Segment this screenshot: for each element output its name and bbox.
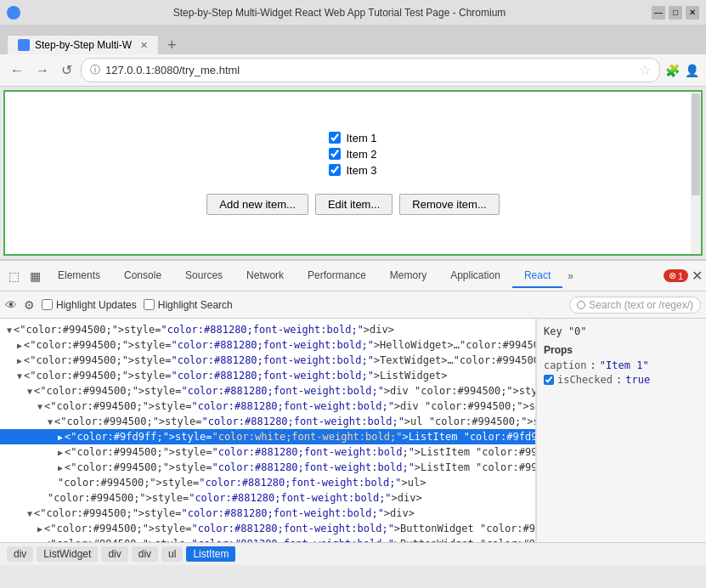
breadcrumb-item-div[interactable]: div <box>132 546 158 562</box>
scroll-thumb <box>692 93 700 195</box>
new-tab-button[interactable]: + <box>162 37 182 54</box>
extension-button[interactable]: 🧩 <box>665 64 680 77</box>
error-badge: ⊗ 1 <box>664 269 688 282</box>
devtools-tab-sources[interactable]: Sources <box>173 264 234 288</box>
devtools-tab-performance[interactable]: Performance <box>296 264 378 288</box>
search-box[interactable]: Search (text or /regex/) <box>569 297 701 314</box>
profile-button[interactable]: 👤 <box>685 64 699 77</box>
item-label: Item 1 <box>346 132 376 144</box>
window-title: Step-by-Step Multi-Widget React Web App … <box>27 7 652 19</box>
caption-prop: caption : "Item 1" <box>544 359 699 371</box>
error-count: 1 <box>678 271 683 281</box>
props-section-label: Props <box>544 344 699 356</box>
component-tree[interactable]: ▼<"color:#994500;">style="color:#881280;… <box>0 319 536 542</box>
forward-button[interactable]: → <box>32 61 53 80</box>
ischecked-prop-name: isChecked <box>557 374 613 386</box>
url-text: 127.0.0.1:8080/try_me.html <box>105 64 240 76</box>
devtools-tab-application[interactable]: Application <box>438 264 512 288</box>
highlight-search-label[interactable]: Highlight Search <box>144 299 233 311</box>
highlight-updates-checkbox[interactable] <box>42 299 53 310</box>
tree-line[interactable]: ▶<"color:#994500;">style="color:#881280;… <box>0 353 535 368</box>
address-bar: ← → ↺ ⓘ 127.0.0.1:8080/try_me.html ☆ 🧩 👤 <box>0 54 706 87</box>
devtools-tab-bar: ⬚ ▦ ElementsConsoleSourcesNetworkPerform… <box>0 261 706 291</box>
item-label: Item 3 <box>346 164 376 177</box>
item-checkbox[interactable] <box>329 164 341 176</box>
scrollbar[interactable] <box>691 92 701 254</box>
check-item: Item 1 <box>329 132 376 144</box>
close-button[interactable]: ✕ <box>686 6 699 20</box>
ischecked-prop-value: true <box>625 374 650 386</box>
devtools-close-button[interactable]: ✕ <box>692 268 703 284</box>
item-checkbox[interactable] <box>329 148 341 160</box>
tree-line[interactable]: ▼<"color:#994500;">style="color:#881280;… <box>0 383 535 399</box>
tab-bar: Step-by-Step Multi-W ✕ + <box>0 25 706 54</box>
check-item: Item 3 <box>329 164 376 177</box>
item-label: Item 2 <box>346 148 376 161</box>
component-key: Key "0" <box>544 325 699 337</box>
url-bar[interactable]: ⓘ 127.0.0.1:8080/try_me.html ☆ <box>81 58 660 82</box>
item-checkbox[interactable] <box>329 132 341 144</box>
browser-icon <box>7 6 20 20</box>
tab-close-button[interactable]: ✕ <box>140 40 148 51</box>
error-icon: ⊗ <box>669 270 676 281</box>
devtools-tab-memory[interactable]: Memory <box>378 264 438 288</box>
breadcrumb-bar: divListWidgetdivdivulListItem <box>0 542 706 565</box>
highlight-search-text: Highlight Search <box>158 299 233 311</box>
maximize-button[interactable]: □ <box>669 6 682 20</box>
tree-line[interactable]: ▼<"color:#994500;">style="color:#881280;… <box>0 414 535 429</box>
edit-item-button[interactable]: Edit item... <box>315 194 393 215</box>
breadcrumb-item-div[interactable]: div <box>7 546 33 562</box>
devtools-tab-network[interactable]: Network <box>234 264 296 288</box>
settings-button[interactable]: ⚙ <box>24 298 35 312</box>
minimize-button[interactable]: — <box>652 6 665 20</box>
tree-line[interactable]: ▶<"color:#9fd9ff;">style="color:white;fo… <box>0 429 535 444</box>
breadcrumb-item-ul[interactable]: ul <box>161 546 183 562</box>
check-item: Item 2 <box>329 148 376 161</box>
svg-point-0 <box>10 9 17 16</box>
highlight-updates-label[interactable]: Highlight Updates <box>42 299 137 311</box>
checklist: Item 1Item 2Item 3 <box>329 132 376 177</box>
protocol-icon: ⓘ <box>90 63 100 77</box>
tree-line[interactable]: ▶<"color:#994500;">style="color:#881280;… <box>0 444 535 460</box>
tree-line[interactable]: ▶<"color:#994500;">style="color:#881280;… <box>0 337 535 353</box>
devtools-tab-console[interactable]: Console <box>112 264 173 288</box>
caption-prop-name: caption <box>544 359 587 371</box>
devtools-tab-react[interactable]: React <box>512 264 562 288</box>
devtools-secondary-toolbar: 👁 ⚙ Highlight Updates Highlight Search S… <box>0 291 706 319</box>
tree-line[interactable]: ▼<"color:#994500;">style="color:#881280;… <box>0 368 535 383</box>
add-item-button[interactable]: Add new item... <box>206 194 308 215</box>
window-controls: — □ ✕ <box>652 6 699 20</box>
highlight-updates-text: Highlight Updates <box>56 299 137 311</box>
devtools-right-controls: ⊗ 1 ✕ <box>664 268 703 284</box>
devtools: ⬚ ▦ ElementsConsoleSourcesNetworkPerform… <box>0 259 706 565</box>
browser-tab[interactable]: Step-by-Step Multi-W ✕ <box>7 35 159 54</box>
search-icon <box>577 301 585 309</box>
devtools-more-tabs-button[interactable]: » <box>562 267 579 286</box>
action-buttons: Add new item... Edit item... Remove item… <box>206 194 499 215</box>
tree-line[interactable]: ▶<"color:#994500;">style="color:#881280;… <box>0 460 535 475</box>
tree-line[interactable]: ▶<"color:#994500;">style="color:#881280;… <box>0 521 535 536</box>
tree-line[interactable]: ▶<"color:#994500;">style="color:#881280;… <box>0 536 535 542</box>
tree-line[interactable]: ▼<"color:#994500;">style="color:#881280;… <box>0 399 535 414</box>
breadcrumb-item-div[interactable]: div <box>101 546 127 562</box>
breadcrumb-item-listitem[interactable]: ListItem <box>186 546 235 562</box>
devtools-inspect-button[interactable]: ⬚ <box>3 266 25 286</box>
highlight-search-checkbox[interactable] <box>144 299 155 310</box>
remove-item-button[interactable]: Remove item... <box>399 194 499 215</box>
breadcrumb-item-listwidget[interactable]: ListWidget <box>37 546 98 562</box>
ischecked-prop: isChecked : true <box>544 374 699 386</box>
devtools-layout-button[interactable]: ▦ <box>25 266 46 286</box>
refresh-button[interactable]: ↺ <box>58 60 76 80</box>
back-button[interactable]: ← <box>7 61 27 80</box>
caption-prop-value: "Item 1" <box>600 359 649 371</box>
ischecked-checkbox[interactable] <box>544 375 554 385</box>
devtools-tab-elements[interactable]: Elements <box>46 264 112 288</box>
tab-label: Step-by-Step Multi-W <box>35 39 132 51</box>
bookmark-button[interactable]: ☆ <box>639 62 651 78</box>
search-placeholder: Search (text or /regex/) <box>589 299 693 311</box>
tree-line[interactable]: "color:#994500;">style="color:#881280;fo… <box>0 490 535 506</box>
tree-line[interactable]: "color:#994500;">style="color:#881280;fo… <box>0 475 535 490</box>
tree-line[interactable]: ▼<"color:#994500;">style="color:#881280;… <box>0 506 535 521</box>
eye-button[interactable]: 👁 <box>5 298 17 312</box>
tree-line[interactable]: ▼<"color:#994500;">style="color:#881280;… <box>0 322 535 337</box>
